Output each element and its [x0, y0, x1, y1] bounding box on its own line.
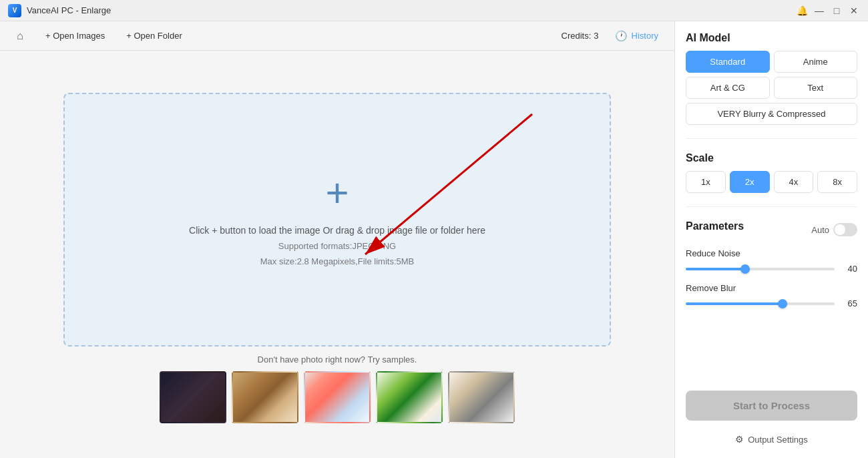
scale-4x-button[interactable]: 4x — [774, 171, 814, 193]
reduce-noise-fill — [686, 268, 745, 270]
drop-zone-inner: + Click + button to load the image Or dr… — [189, 173, 485, 266]
auto-toggle[interactable] — [833, 223, 857, 236]
start-process-button[interactable]: Start to Process — [686, 391, 857, 421]
model-standard-button[interactable]: Standard — [686, 51, 770, 73]
sample-image-5[interactable] — [448, 371, 515, 423]
parameters-section: Parameters Auto Reduce Noise 40 Remove B… — [686, 220, 857, 318]
sample-image-2[interactable] — [232, 371, 298, 423]
title-bar-left: V VanceAI PC - Enlarge — [8, 4, 111, 17]
drop-zone[interactable]: + Click + button to load the image Or dr… — [63, 93, 611, 347]
sample-image-4[interactable] — [376, 371, 443, 423]
scale-title: Scale — [686, 152, 857, 164]
remove-blur-fill — [686, 302, 783, 305]
samples-row — [160, 371, 515, 423]
scale-8x-button[interactable]: 8x — [817, 171, 857, 193]
drop-text-line2: Supported formats:JPEG,PNG — [278, 241, 396, 251]
content-area: ⌂ + Open Images + Open Folder Credits: 3… — [0, 21, 674, 458]
history-circle-icon: 🕐 — [615, 30, 628, 42]
output-settings-label: Output Settings — [748, 435, 808, 445]
history-button[interactable]: 🕐 History — [610, 27, 664, 45]
app-icon: V — [8, 4, 21, 17]
drop-zone-container: + Click + button to load the image Or dr… — [0, 51, 674, 458]
sample-image-1[interactable] — [160, 371, 226, 423]
reduce-noise-value: 40 — [841, 264, 857, 274]
remove-blur-slider-row: 65 — [686, 298, 857, 308]
model-artcg-button[interactable]: Art & CG — [686, 77, 770, 99]
params-header: Parameters Auto — [686, 220, 857, 239]
title-bar: V VanceAI PC - Enlarge 🔔 — □ ✕ — [0, 0, 868, 21]
scale-2x-button[interactable]: 2x — [730, 171, 770, 193]
main-container: ⌂ + Open Images + Open Folder Credits: 3… — [0, 21, 868, 458]
remove-blur-value: 65 — [841, 298, 857, 308]
auto-toggle-row: Auto — [811, 223, 857, 236]
home-button[interactable]: ⌂ — [11, 27, 29, 45]
reduce-noise-slider-row: 40 — [686, 264, 857, 274]
minimize-button[interactable]: — — [813, 5, 825, 17]
output-settings[interactable]: ⚙ Output Settings — [686, 431, 857, 447]
remove-blur-label: Remove Blur — [686, 283, 857, 293]
open-folder-button[interactable]: + Open Folder — [121, 28, 187, 43]
window-title: VanceAI PC - Enlarge — [27, 5, 111, 15]
history-label: History — [632, 31, 658, 41]
plus-icon: + — [325, 173, 349, 213]
samples-prompt: Don't have photo right now? Try samples. — [258, 355, 417, 365]
drop-text-line1: Click + button to load the image Or drag… — [189, 225, 485, 236]
open-images-button[interactable]: + Open Images — [40, 28, 110, 43]
model-veryblurry-button[interactable]: VERY Blurry & Compressed — [686, 103, 857, 125]
credits-info: Credits: 3 — [562, 31, 599, 41]
credits-label: Credits: — [562, 31, 592, 41]
divider-1 — [686, 138, 857, 139]
toolbar: ⌂ + Open Images + Open Folder Credits: 3… — [0, 21, 674, 51]
remove-blur-track[interactable] — [686, 302, 835, 305]
window-controls: 🔔 — □ ✕ — [796, 5, 860, 17]
gear-icon: ⚙ — [735, 434, 744, 445]
model-text-button[interactable]: Text — [774, 77, 858, 99]
auto-label: Auto — [811, 225, 829, 235]
scale-1x-button[interactable]: 1x — [686, 171, 726, 193]
sample-image-3[interactable] — [304, 371, 371, 423]
parameters-title: Parameters — [686, 220, 744, 232]
model-grid: Standard Anime Art & CG Text VERY Blurry… — [686, 51, 857, 125]
drop-text-line3: Max size:2.8 Megapixels,File limits:5MB — [260, 256, 414, 266]
reduce-noise-track[interactable] — [686, 268, 835, 270]
divider-2 — [686, 206, 857, 207]
ai-model-section: AI Model Standard Anime Art & CG Text VE… — [686, 32, 857, 125]
notification-icon[interactable]: 🔔 — [796, 5, 808, 17]
samples-section: Don't have photo right now? Try samples. — [160, 347, 515, 423]
close-button[interactable]: ✕ — [848, 5, 860, 17]
right-panel: AI Model Standard Anime Art & CG Text VE… — [674, 21, 868, 458]
model-anime-button[interactable]: Anime — [774, 51, 858, 73]
remove-blur-thumb — [778, 299, 787, 308]
scale-section: Scale 1x 2x 4x 8x — [686, 152, 857, 193]
scale-row: 1x 2x 4x 8x — [686, 171, 857, 193]
reduce-noise-label: Reduce Noise — [686, 248, 857, 258]
ai-model-title: AI Model — [686, 32, 857, 44]
maximize-button[interactable]: □ — [831, 5, 843, 17]
credits-value: 3 — [594, 31, 598, 41]
reduce-noise-thumb — [740, 264, 750, 274]
